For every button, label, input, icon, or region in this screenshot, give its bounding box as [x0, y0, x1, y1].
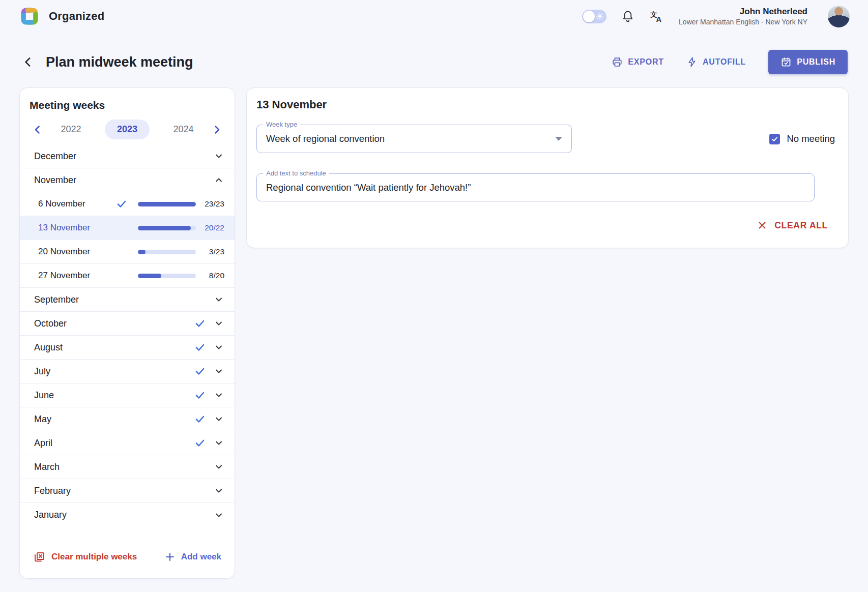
- month-list: December November: [20, 144, 235, 527]
- year-2022[interactable]: 2022: [53, 120, 88, 139]
- no-meeting-label: No meeting: [787, 133, 835, 144]
- publish-label: PUBLISH: [797, 57, 835, 67]
- week-row-20-november[interactable]: 20 November 3/23: [20, 240, 235, 264]
- chevron-down-icon: [213, 151, 224, 162]
- progress-count: 3/23: [196, 247, 224, 256]
- chevron-down-icon: [213, 437, 224, 449]
- chevron-down-icon: [213, 413, 224, 425]
- year-nav: 2022 2023 2024: [20, 119, 235, 144]
- clear-all-label: CLEAR ALL: [774, 220, 828, 231]
- chevron-up-icon: [213, 174, 224, 186]
- month-row-may[interactable]: May: [20, 407, 235, 431]
- svg-text:A: A: [656, 15, 661, 23]
- month-row-august[interactable]: August: [20, 336, 235, 360]
- schedule-text-field[interactable]: Add text to schedule: [256, 173, 815, 201]
- clear-multiple-weeks-label: Clear multiple weeks: [51, 552, 137, 562]
- language-button[interactable]: 文 A: [649, 9, 663, 23]
- chevron-down-icon: [213, 510, 224, 521]
- week-row-27-november[interactable]: 27 November 8/20: [20, 264, 235, 288]
- progress-bar: [138, 226, 196, 230]
- month-row-july[interactable]: July: [20, 360, 235, 383]
- month-row-september[interactable]: September: [20, 288, 235, 312]
- month-row-january[interactable]: January: [20, 503, 235, 527]
- add-week-button[interactable]: Add week: [164, 551, 221, 563]
- user-name: John Netherleed: [679, 6, 807, 17]
- progress-count: 20/22: [196, 223, 224, 232]
- clear-multiple-weeks-button[interactable]: Clear multiple weeks: [33, 551, 137, 563]
- week-type-label: Week type: [263, 121, 300, 128]
- month-row-february[interactable]: February: [20, 479, 235, 503]
- autofill-label: AUTOFILL: [703, 57, 746, 67]
- page-head: Plan midweek meeting EXPORT AUTOFILL: [0, 33, 868, 87]
- progress-count: 8/20: [196, 271, 224, 280]
- app-header: Organized 文: [0, 0, 868, 33]
- chevron-down-icon: [213, 461, 224, 472]
- progress-bar: [138, 274, 196, 278]
- schedule-text-input[interactable]: [257, 182, 814, 193]
- chevron-down-icon: [213, 342, 224, 353]
- week-complete-check-icon: [115, 198, 128, 210]
- year-2024[interactable]: 2024: [166, 120, 200, 139]
- chevron-down-icon: [213, 390, 224, 401]
- notifications-button[interactable]: [621, 9, 635, 23]
- clear-all-button[interactable]: CLEAR ALL: [757, 220, 828, 231]
- month-complete-check-icon: [194, 389, 206, 401]
- month-row-june[interactable]: June: [20, 383, 235, 407]
- year-2023-selected[interactable]: 2023: [105, 120, 150, 139]
- week-type-select[interactable]: Week type Week of regional convention: [256, 125, 572, 153]
- week-row-13-november[interactable]: 13 November 20/22: [20, 216, 235, 240]
- month-complete-check-icon: [194, 317, 206, 330]
- month-complete-check-icon: [194, 413, 206, 425]
- translate-icon: 文 A: [650, 10, 663, 23]
- chevron-down-icon: [213, 485, 224, 496]
- progress-count: 23/23: [196, 199, 224, 209]
- week-detail-panel: 13 November Week type Week of regional c…: [246, 87, 849, 248]
- sidebar-footer: Clear multiple weeks Add week: [20, 542, 235, 578]
- week-type-value: Week of regional convention: [266, 133, 385, 144]
- add-week-label: Add week: [181, 552, 221, 562]
- panel-title: Meeting weeks: [20, 88, 235, 119]
- export-label: EXPORT: [628, 57, 664, 67]
- week-detail-title: 13 November: [256, 98, 836, 111]
- month-row-april[interactable]: April: [20, 431, 235, 455]
- app-title: Organized: [49, 10, 104, 23]
- export-button[interactable]: EXPORT: [612, 56, 664, 68]
- page-title: Plan midweek meeting: [46, 54, 193, 70]
- week-row-6-november[interactable]: 6 November 23/23: [20, 192, 235, 216]
- month-row-march[interactable]: March: [20, 455, 235, 479]
- publish-button[interactable]: PUBLISH: [768, 50, 848, 74]
- chevron-down-icon: [213, 318, 224, 329]
- no-meeting-checkbox[interactable]: No meeting: [769, 133, 836, 144]
- month-row-november[interactable]: November: [20, 168, 235, 192]
- autofill-button[interactable]: AUTOFILL: [686, 56, 746, 68]
- calendar-check-icon: [780, 56, 792, 68]
- lightning-bolt-icon: [686, 56, 698, 68]
- organized-logo-icon: [18, 5, 41, 27]
- chevron-down-icon: [213, 366, 224, 377]
- month-complete-check-icon: [194, 437, 206, 449]
- avatar[interactable]: [828, 6, 850, 27]
- printer-icon: [612, 56, 623, 68]
- month-complete-check-icon: [194, 365, 206, 377]
- user-congregation: Lower Manhattan English - New York NY: [679, 18, 807, 27]
- chevron-down-icon: [213, 294, 224, 305]
- next-year-button[interactable]: [210, 123, 223, 136]
- chevron-left-icon: [32, 124, 44, 136]
- month-row-december[interactable]: December: [20, 144, 235, 168]
- chevron-right-icon: [211, 124, 223, 136]
- dark-mode-toggle[interactable]: [582, 10, 606, 23]
- month-row-october[interactable]: October: [20, 312, 235, 336]
- progress-bar: [138, 250, 196, 254]
- meeting-weeks-panel: Meeting weeks 2022 2023 2024 December: [19, 87, 235, 579]
- prev-year-button[interactable]: [31, 123, 44, 136]
- dropdown-caret-icon: [555, 137, 562, 141]
- user-block[interactable]: John Netherleed Lower Manhattan English …: [679, 6, 807, 27]
- clear-weeks-icon: [33, 551, 45, 563]
- progress-bar: [138, 202, 196, 206]
- bell-icon: [621, 10, 634, 23]
- x-icon: [757, 220, 768, 231]
- chevron-left-icon: [21, 55, 35, 69]
- sun-icon: [596, 12, 604, 20]
- back-button[interactable]: [20, 54, 36, 70]
- schedule-text-label: Add text to schedule: [263, 169, 329, 177]
